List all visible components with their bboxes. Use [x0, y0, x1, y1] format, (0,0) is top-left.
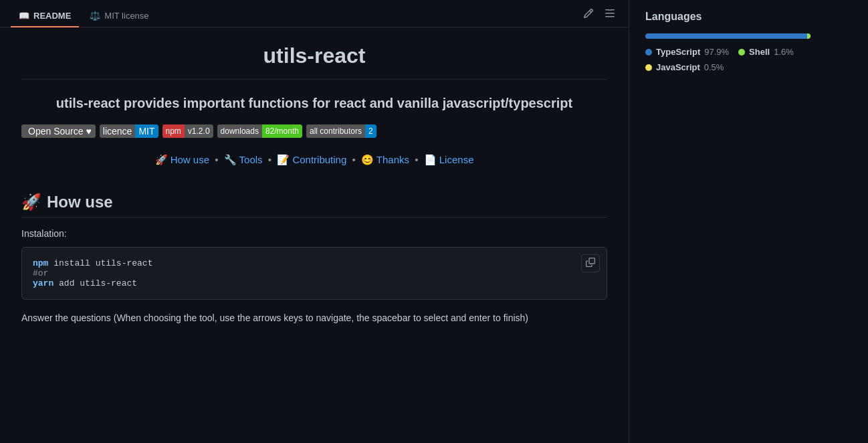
how-use-emoji: 🚀 — [21, 193, 41, 211]
edit-button[interactable] — [580, 5, 596, 21]
nav-tools[interactable]: Tools — [239, 154, 263, 165]
nav-contributing[interactable]: Contributing — [292, 154, 346, 165]
lang-pct-javascript: 0.5% — [704, 62, 724, 72]
tab-mit[interactable]: ⚖️ MIT license — [82, 5, 156, 27]
tabs-bar: 📖 README ⚖️ MIT license — [0, 0, 629, 27]
lang-dot-typescript — [645, 49, 652, 56]
tabs-actions — [580, 5, 618, 27]
how-use-nav-emoji: 🚀 — [155, 154, 168, 165]
badge-contributors-label: all contributors — [306, 124, 365, 138]
code-comment-line: #or — [33, 268, 596, 278]
readme-tab-label: README — [33, 11, 71, 21]
nav-license[interactable]: License — [439, 154, 474, 165]
lang-pct-shell: 1.6% — [774, 47, 794, 57]
badge-contributors-value: 2 — [365, 124, 376, 138]
lang-dot-javascript — [645, 64, 652, 71]
lang-dot-shell — [738, 49, 745, 56]
lang-name-shell: Shell — [749, 47, 770, 57]
readme-content: utils-react utils-react provides importa… — [0, 27, 629, 341]
badge-contributors[interactable]: all contributors 2 — [306, 124, 376, 138]
answer-text: Answer the questions (When choosing the … — [21, 311, 607, 325]
readme-tab-icon: 📖 — [19, 11, 29, 21]
copy-code-button[interactable] — [581, 254, 600, 272]
how-use-heading: 🚀 How use — [21, 193, 607, 217]
how-use-section: 🚀 How use Instalation: npm install utils… — [21, 193, 607, 325]
thanks-nav-emoji: 😊 — [361, 154, 374, 165]
badge-npm-label: npm — [162, 124, 185, 138]
mit-tab-icon: ⚖️ — [90, 11, 100, 21]
language-bar — [645, 33, 810, 39]
language-list: TypeScript 97.9% Shell 1.6% JavaScript 0… — [645, 47, 810, 72]
tools-nav-emoji: 🔧 — [224, 154, 237, 165]
badge-licence-label: licence — [100, 124, 136, 138]
contributing-nav-emoji: 📝 — [277, 154, 290, 165]
lang-pct-typescript: 97.9% — [704, 47, 729, 57]
lang-row-javascript: JavaScript 0.5% — [645, 62, 810, 72]
badge-opensource[interactable]: Open Source ♥ — [21, 124, 96, 138]
badge-licence-value: MIT — [135, 124, 158, 138]
code-yarn-line: yarn add utils-react — [33, 278, 596, 288]
badge-heart-icon: ♥ — [86, 126, 92, 137]
badges-row: Open Source ♥ licence MIT npm v1.2.0 dow… — [21, 124, 607, 138]
lang-name-javascript: JavaScript — [656, 62, 700, 72]
readme-title: utils-react — [21, 43, 607, 80]
badge-npm[interactable]: npm v1.2.0 — [162, 124, 213, 138]
badge-downloads-label: downloads — [217, 124, 262, 138]
mit-tab-label: MIT license — [104, 11, 148, 21]
lang-row-typescript: TypeScript 97.9% Shell 1.6% — [645, 47, 810, 57]
nav-how-use[interactable]: How use — [171, 154, 209, 165]
code-npm-line: npm install utils-react — [33, 258, 596, 268]
nav-links: 🚀 How use • 🔧 Tools • 📝 Contributing • 😊… — [21, 154, 607, 166]
code-block: npm install utils-react #or yarn add uti… — [21, 247, 607, 300]
sidebar: Languages TypeScript 97.9% Shell 1.6% Ja… — [629, 0, 827, 443]
menu-button[interactable] — [602, 5, 618, 21]
lang-name-typescript: TypeScript — [656, 47, 700, 57]
badge-downloads-value: 82/month — [262, 124, 302, 138]
lang-bar-typescript — [645, 33, 807, 39]
how-use-heading-text: How use — [47, 193, 113, 211]
tab-readme[interactable]: 📖 README — [11, 5, 79, 27]
license-nav-emoji: 📄 — [424, 154, 437, 165]
nav-thanks[interactable]: Thanks — [376, 154, 409, 165]
badge-npm-value: v1.2.0 — [185, 124, 213, 138]
badge-opensource-text: Open Source — [28, 126, 84, 137]
installation-label: Instalation: — [21, 228, 607, 239]
readme-subtitle: utils-react provides important functions… — [21, 96, 607, 111]
tabs-left: 📖 README ⚖️ MIT license — [11, 5, 157, 27]
languages-title: Languages — [645, 11, 810, 23]
lang-bar-javascript — [810, 33, 810, 39]
badge-downloads[interactable]: downloads 82/month — [217, 124, 302, 138]
badge-licence[interactable]: licence MIT — [100, 124, 158, 138]
